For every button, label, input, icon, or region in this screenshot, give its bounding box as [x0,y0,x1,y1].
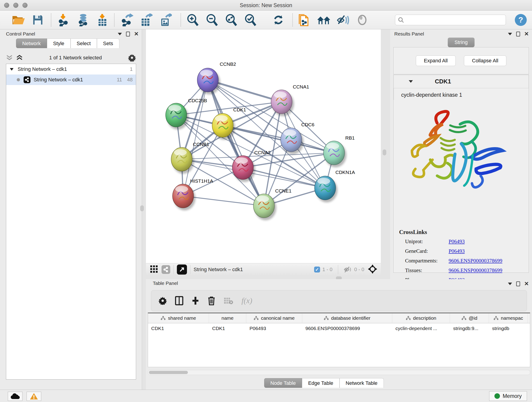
network-node-cdk1[interactable] [212,114,235,140]
table-cell[interactable]: stringdb [489,323,528,333]
float-panel-icon[interactable] [126,32,130,36]
float-panel-icon[interactable] [516,281,520,286]
tab-network[interactable]: Network [16,38,47,48]
table-cell[interactable]: CDK1 [148,323,209,333]
table-settings-gear-icon[interactable] [158,297,167,305]
show-columns-icon[interactable] [175,296,183,305]
node-label-ccna2: CCNA2 [254,150,271,155]
string-share-icon[interactable] [162,265,170,274]
panel-menu-icon[interactable] [508,283,512,285]
table-cell[interactable]: 9606.ENSP00000378699 [302,323,392,333]
collection-count: 1 [130,66,133,72]
close-panel-icon[interactable]: ✕ [524,31,529,37]
node-label-cdc6: CDC6 [301,122,314,127]
string-network-icon [24,76,31,83]
left-splitter-handle[interactable] [140,205,144,211]
zoom-in-icon[interactable] [186,13,199,27]
zoom-selected-icon[interactable] [244,13,257,27]
expand-all-icon[interactable] [16,55,23,61]
crosslink-tissues-link[interactable]: 9606.ENSP00000378699 [449,268,502,274]
import-network-database-icon[interactable] [76,13,90,27]
expand-all-button[interactable]: Expand All [416,56,456,66]
column-header-@id[interactable]: @id [450,313,489,323]
crosslink-genecard-link[interactable]: P06493 [449,248,465,254]
table-cell[interactable]: cyclin-dependent ... [392,323,450,333]
right-splitter-handle[interactable] [383,149,386,155]
table-horizontal-scrollbar[interactable] [148,370,530,375]
delete-column-icon[interactable] [208,296,215,305]
table-cell[interactable]: P06493 [246,323,302,333]
crosslink-label: Uniprot: [405,239,449,245]
main-toolbar: ? [0,11,532,29]
network-node-ccna2[interactable] [232,156,255,182]
export-table-icon[interactable] [140,13,153,27]
column-header-canonical-name[interactable]: canonical name [246,313,302,323]
collapse-all-button[interactable]: Collapse All [464,56,506,66]
network-node-ccnb2[interactable] [197,68,220,95]
selected-checkbox-icon[interactable]: ✓ [314,267,320,273]
tab-edge-table[interactable]: Edge Table [302,378,340,388]
network-node-hist1h1a[interactable] [172,184,196,211]
column-header-description[interactable]: description [392,313,450,323]
search-input[interactable] [406,17,503,23]
inspect-eye-icon[interactable] [355,13,369,27]
close-panel-icon[interactable]: ✕ [134,31,139,37]
import-table-icon[interactable] [96,13,109,27]
tab-string[interactable]: String [448,38,475,47]
refresh-icon[interactable] [272,13,285,27]
disclosure-triangle-icon[interactable] [9,67,14,71]
column-header-namespac[interactable]: namespac [489,313,528,323]
network-node-ccne1[interactable] [253,194,276,220]
tab-sets[interactable]: Sets [97,38,119,48]
tab-network-table[interactable]: Network Table [340,378,384,388]
crosslink-compartments-link[interactable]: 9606.ENSP00000378699 [449,258,502,264]
column-header-shared-name[interactable]: shared name [148,313,209,323]
memory-label: Memory [503,393,522,399]
panel-menu-icon[interactable] [508,33,512,35]
column-header-database-identifier[interactable]: database identifier [302,313,392,323]
grid-view-icon[interactable] [150,265,158,274]
network-collection-row[interactable]: String Network – cdk1 1 [6,64,136,75]
zoom-fit-icon[interactable] [225,13,238,27]
entry-disclosure-icon[interactable] [409,80,413,83]
network-row[interactable]: String Network – cdk1 11 48 [6,75,136,85]
network-node-ccna1[interactable] [271,90,294,116]
memory-button[interactable]: Memory [489,391,527,401]
crosshair-icon[interactable] [368,264,377,274]
tab-select[interactable]: Select [70,38,97,48]
export-network-icon[interactable] [120,13,134,27]
network-node-cdc25b[interactable] [166,103,189,129]
table-cell[interactable]: stringdb:9... [450,323,489,333]
hide-panel-eye-icon[interactable] [336,13,350,27]
string-home-icon[interactable] [317,13,330,27]
crosslink-uniprot-link[interactable]: P06493 [449,239,465,245]
save-session-icon[interactable] [31,13,44,27]
collapse-all-icon[interactable] [6,55,13,61]
share-document-icon[interactable] [298,13,311,27]
column-header-name[interactable]: name [209,313,246,323]
help-icon[interactable]: ? [514,13,527,27]
warning-button[interactable] [27,392,41,401]
network-node-cdkn1a[interactable] [315,176,337,202]
open-session-icon[interactable] [12,13,25,27]
close-panel-icon[interactable]: ✕ [524,281,529,287]
network-label: String Network – cdk1 [34,77,83,83]
cloud-button[interactable] [8,392,22,401]
panel-menu-icon[interactable] [118,33,122,35]
tab-node-table[interactable]: Node Table [264,378,302,388]
open-detached-icon[interactable] [177,264,187,274]
table-cell[interactable]: CDK1 [209,323,246,333]
node-table[interactable]: shared namenamecanonical namedatabase id… [148,313,530,367]
zoom-out-icon[interactable] [205,13,219,27]
export-image-icon[interactable] [159,13,172,27]
hidden-eye-icon[interactable] [344,266,352,273]
table-panel-title: Table Panel [153,281,178,286]
tab-style[interactable]: Style [47,38,70,48]
network-canvas[interactable]: CCNB2CCNA1CDC25BCDK1CDC6RB1CCNB1CCNA2CDK… [146,29,381,263]
float-panel-icon[interactable] [516,32,520,36]
network-node-rb1[interactable] [323,141,346,167]
add-column-icon[interactable] [191,296,199,305]
gear-icon[interactable] [128,54,136,62]
node-label-cdc25b: CDC25B [188,98,207,103]
import-network-file-icon[interactable] [57,13,70,27]
